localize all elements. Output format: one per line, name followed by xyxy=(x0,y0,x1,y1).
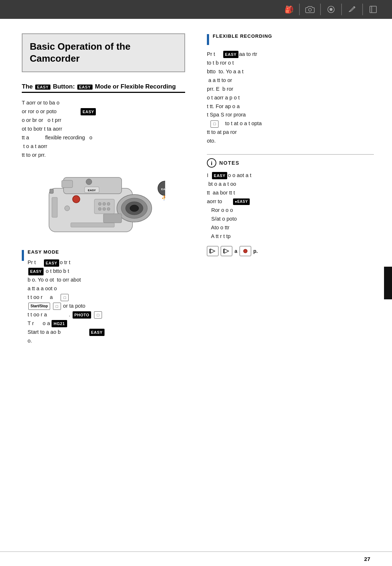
easy-badge-1: EASY xyxy=(35,85,50,90)
start-stop-badge: Start/Stop xyxy=(28,303,50,310)
ref-icon-flex: □ xyxy=(211,120,219,128)
icon-row-text-p: p. xyxy=(253,248,258,254)
circle-icon xyxy=(323,3,339,16)
ref-icon-3: □ xyxy=(94,311,102,319)
svg-point-27 xyxy=(65,206,70,211)
body-text-1: T aorr or to ba o or ror o or poto EASY … xyxy=(22,99,185,159)
bag-icon: 🎒 xyxy=(281,3,297,16)
svg-point-21 xyxy=(103,202,106,205)
record-icon xyxy=(240,246,251,256)
pencil-icon xyxy=(344,3,360,16)
hg21-badge: HG21 xyxy=(52,320,67,327)
ref-icon-2: □ xyxy=(53,303,61,310)
top-icons: 🎒 xyxy=(281,3,381,16)
main-content: Basic Operation of the Camcorder The EAS… xyxy=(0,19,392,551)
svg-point-12 xyxy=(86,179,92,185)
camera-icon xyxy=(302,3,318,16)
flexible-recording-section: Flexible Recording xyxy=(207,33,374,45)
video-icon-1 xyxy=(207,246,219,256)
notes-title: Notes xyxy=(219,160,240,166)
icon-row-text-a: a xyxy=(234,248,237,254)
easy-button-heading: The EASY Button: EASY Mode or Flexible R… xyxy=(22,83,185,93)
svg-point-23 xyxy=(98,208,101,210)
page-title: Basic Operation of the Camcorder xyxy=(30,41,177,64)
easy-badge-5: EASY xyxy=(89,329,105,336)
easy-mode-section: Easy Mode Pr t EASYo tr t EASY o t btto … xyxy=(22,249,185,350)
svg-marker-31 xyxy=(211,249,215,253)
svg-point-25 xyxy=(107,208,110,210)
svg-rect-16 xyxy=(52,197,57,217)
svg-marker-33 xyxy=(224,249,229,253)
easy-badge-flex: EASY xyxy=(223,51,238,58)
black-tab xyxy=(384,267,392,299)
top-bar: 🎒 xyxy=(0,0,392,19)
video-icon-2 xyxy=(221,246,232,256)
svg-rect-19 xyxy=(94,199,114,214)
right-column: Flexible Recording Pr t EASYaa to rtr to… xyxy=(200,33,374,537)
section-side-bar xyxy=(22,250,24,261)
svg-point-15 xyxy=(73,196,80,203)
easy-mode-body: Pr t EASYo tr t EASY o t btto b t b o. Y… xyxy=(28,258,185,345)
svg-text:EASY: EASY xyxy=(161,188,165,191)
bottom-bar: 27 xyxy=(0,551,392,566)
left-column: Basic Operation of the Camcorder The EAS… xyxy=(22,33,200,537)
svg-text:EASY: EASY xyxy=(88,189,96,192)
title-box: Basic Operation of the Camcorder xyxy=(22,33,185,72)
svg-rect-18 xyxy=(103,214,122,223)
page-number: 27 xyxy=(364,556,370,562)
easy-circle-badge: ●EASY xyxy=(233,198,250,205)
book-icon xyxy=(365,3,381,16)
svg-point-20 xyxy=(98,202,101,205)
notes-i-icon: i xyxy=(207,158,216,168)
svg-point-10 xyxy=(130,205,139,212)
svg-point-35 xyxy=(244,249,247,253)
svg-text:⛹: ⛹ xyxy=(162,194,165,201)
ref-icon-1: □ xyxy=(61,294,69,301)
easy-badge-4: EASY xyxy=(28,268,44,275)
easy-mode-content: Easy Mode Pr t EASYo tr t EASY o t btto … xyxy=(28,249,185,350)
svg-point-2 xyxy=(330,8,332,11)
svg-rect-3 xyxy=(370,6,376,13)
svg-point-22 xyxy=(107,202,110,205)
svg-rect-17 xyxy=(71,223,114,227)
section-heading-text: The EASY Button: EASY Mode or Flexible R… xyxy=(22,83,185,90)
icon-row: a p. xyxy=(207,246,374,256)
photo-badge: PHOTO xyxy=(73,311,91,319)
notes-body: I EASYo o aot a t bt o a a t oo tt aa bo… xyxy=(207,171,374,241)
svg-point-0 xyxy=(309,8,311,11)
flex-section-bar xyxy=(207,34,209,45)
flex-recording-body: Pr t EASYaa to rtr to t b ror o t btto t… xyxy=(207,50,374,145)
easy-badge-inline: EASY xyxy=(81,108,96,115)
svg-point-24 xyxy=(103,208,106,210)
notes-box: i Notes I EASYo o aot a t bt o a a t oo … xyxy=(207,154,374,256)
easy-badge-2: EASY xyxy=(77,85,93,90)
notes-header: i Notes xyxy=(207,158,374,168)
flex-section-title: Flexible Recording xyxy=(213,33,374,39)
easy-badge-3: EASY xyxy=(44,259,59,267)
svg-rect-11 xyxy=(62,180,73,188)
flex-section-content: Flexible Recording xyxy=(213,33,374,42)
easy-mode-title: Easy Mode xyxy=(28,249,185,255)
camcorder-image: EASY xyxy=(42,167,165,239)
easy-badge-notes: EASY xyxy=(212,172,227,179)
svg-rect-26 xyxy=(50,189,53,193)
